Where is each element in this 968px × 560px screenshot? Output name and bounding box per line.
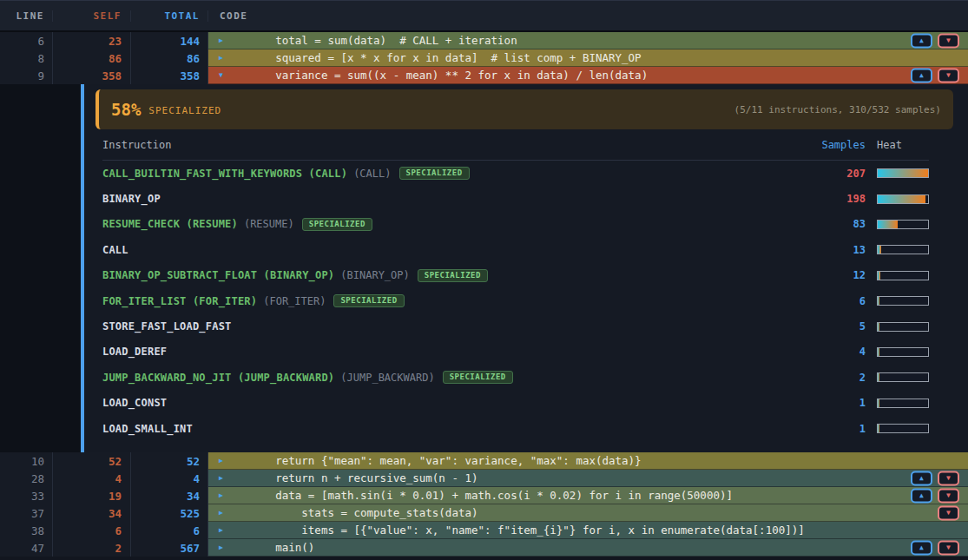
- code-line-row: 10 52 52 ▶ return {"mean": mean, "var": …: [0, 452, 968, 470]
- heat-bar-fill: [878, 373, 879, 381]
- column-header-total: TOTAL: [131, 10, 208, 22]
- code-line-row: 33 19 34 ▶ data = [math.sin(i * 0.01) + …: [0, 487, 968, 504]
- panel-content: 58% SPECIALIZED (5/11 instructions, 310/…: [84, 84, 968, 452]
- expander-icon[interactable]: ▶: [219, 55, 223, 62]
- instruction-samples: 207: [813, 168, 866, 180]
- column-header-self: SELF: [53, 10, 131, 22]
- heat-bar: [877, 168, 929, 178]
- code-text: total = sum(data) # CALL + iteration: [208, 34, 517, 47]
- specialized-percent: 58%: [111, 100, 141, 119]
- instruction-family: (JUMP_BACKWARD): [340, 372, 434, 384]
- jump-down-button[interactable]: ▼: [938, 471, 959, 485]
- expander-icon[interactable]: ▶: [219, 37, 223, 44]
- total-samples: 86: [131, 49, 208, 67]
- instruction-row: CALL_BUILTIN_FAST_WITH_KEYWORDS (CALL) (…: [102, 161, 929, 186]
- heat-bar-fill: [878, 348, 879, 356]
- instruction-name-cell: STORE_FAST_LOAD_FAST: [102, 320, 813, 333]
- self-samples: 2: [53, 539, 131, 557]
- heat-bar: [877, 322, 929, 332]
- heat-bar: [877, 245, 929, 254]
- panel-gutter: [0, 84, 81, 452]
- specialized-badge: SPECIALIZED: [399, 167, 470, 180]
- row-nav-buttons: ▲ ▼: [911, 33, 959, 48]
- code-cell: ▼ variance = sum((x - mean) ** 2 for x i…: [208, 67, 968, 84]
- instruction-table: Instruction Samples Heat CALL_BUILTIN_FA…: [102, 130, 953, 441]
- self-samples: 86: [53, 49, 131, 67]
- specialized-label: SPECIALIZED: [148, 105, 221, 116]
- expander-icon[interactable]: ▶: [219, 510, 223, 517]
- code-cell: ▶ return {"mean": mean, "var": variance,…: [208, 452, 968, 470]
- jump-down-button[interactable]: ▼: [938, 68, 959, 82]
- instruction-row: JUMP_BACKWARD_NO_JIT (JUMP_BACKWARD) (JU…: [102, 365, 929, 390]
- jump-down-button[interactable]: ▼: [938, 505, 959, 520]
- jump-up-button[interactable]: ▲: [911, 68, 932, 82]
- instruction-name-cell: JUMP_BACKWARD_NO_JIT (JUMP_BACKWARD) (JU…: [102, 371, 813, 384]
- self-samples: 19: [53, 487, 131, 504]
- code-text: stats = compute_stats(data): [208, 506, 478, 519]
- row-nav-buttons: ▲ ▼: [911, 488, 959, 503]
- instruction-row: STORE_FAST_LOAD_FAST 5: [102, 313, 929, 339]
- row-nav-buttons: ▲ ▼: [911, 50, 959, 65]
- instruction-name-cell: CALL: [102, 244, 813, 256]
- expander-icon[interactable]: ▼: [219, 72, 223, 79]
- line-number: 37: [0, 504, 53, 522]
- row-nav-buttons: ▲ ▼: [911, 453, 959, 468]
- instruction-family: (FOR_ITER): [263, 295, 326, 307]
- instruction-name-cell: LOAD_SMALL_INT: [102, 423, 813, 435]
- instruction-name-cell: BINARY_OP: [102, 193, 813, 205]
- instruction-family: (BINARY_OP): [340, 269, 409, 281]
- expander-icon[interactable]: ▶: [219, 544, 223, 551]
- self-samples: 6: [53, 522, 131, 539]
- code-line-row: 47 2 567 ▶ main() ▲ ▼: [0, 539, 968, 557]
- column-header-code: CODE: [208, 10, 968, 22]
- instruction-name: RESUME_CHECK (RESUME): [102, 218, 238, 230]
- total-samples: 52: [131, 452, 208, 470]
- expander-icon[interactable]: ▶: [219, 492, 223, 499]
- jump-up-button[interactable]: ▲: [911, 540, 932, 555]
- instruction-samples: 4: [813, 346, 866, 358]
- expander-icon[interactable]: ▶: [219, 475, 223, 482]
- line-number: 28: [0, 470, 53, 487]
- jump-down-button[interactable]: ▼: [938, 488, 959, 503]
- line-number: 6: [0, 32, 53, 49]
- code-rows-bottom: 10 52 52 ▶ return {"mean": mean, "var": …: [0, 452, 968, 557]
- jump-up-button[interactable]: ▲: [911, 33, 932, 48]
- jump-up-button[interactable]: ▲: [911, 471, 932, 485]
- instruction-name: CALL: [102, 244, 128, 256]
- expander-icon[interactable]: ▶: [219, 458, 223, 464]
- instruction-name-cell: BINARY_OP_SUBTRACT_FLOAT (BINARY_OP) (BI…: [102, 269, 813, 282]
- jump-down-button[interactable]: ▼: [938, 540, 959, 555]
- instruction-name-cell: CALL_BUILTIN_FAST_WITH_KEYWORDS (CALL) (…: [102, 167, 813, 180]
- jump-down-button[interactable]: ▼: [938, 33, 959, 48]
- total-samples: 358: [131, 67, 208, 84]
- row-nav-buttons: ▲ ▼: [911, 471, 959, 485]
- row-nav-buttons: ▲ ▼: [911, 68, 959, 82]
- jump-up-button[interactable]: ▲: [911, 488, 932, 503]
- code-line-row: 8 86 86 ▶ squared = [x * x for x in data…: [0, 49, 968, 67]
- line-number: 8: [0, 49, 53, 67]
- code-rows-top: 6 23 144 ▶ total = sum(data) # CALL + it…: [0, 32, 968, 84]
- instruction-name: LOAD_CONST: [102, 397, 167, 409]
- total-samples: 6: [131, 522, 208, 539]
- instruction-row: CALL 13: [102, 237, 929, 262]
- instruction-samples: 5: [813, 320, 866, 333]
- line-number: 33: [0, 487, 53, 504]
- row-nav-buttons: ▲ ▼: [911, 505, 959, 520]
- total-samples: 144: [131, 32, 208, 49]
- self-samples: 23: [53, 32, 131, 49]
- code-text: data = [math.sin(i * 0.01) + math.cos(i …: [208, 489, 733, 502]
- heat-bar-fill: [878, 272, 880, 280]
- instruction-name-cell: RESUME_CHECK (RESUME) (RESUME) SPECIALIZ…: [102, 218, 813, 231]
- code-cell: ▶ return n + recursive_sum(n - 1) ▲ ▼: [208, 470, 968, 487]
- heat-bar-fill: [878, 297, 879, 305]
- total-samples: 34: [131, 487, 208, 504]
- heat-bar: [877, 372, 929, 382]
- instruction-samples: 1: [813, 397, 866, 409]
- row-nav-buttons: ▲ ▼: [911, 540, 959, 555]
- instruction-samples: 2: [813, 372, 866, 384]
- expander-icon[interactable]: ▶: [219, 527, 223, 534]
- heat-bar-fill: [878, 246, 881, 254]
- total-samples: 525: [131, 504, 208, 522]
- heat-bar: [877, 220, 929, 229]
- instruction-name: JUMP_BACKWARD_NO_JIT (JUMP_BACKWARD): [102, 372, 334, 384]
